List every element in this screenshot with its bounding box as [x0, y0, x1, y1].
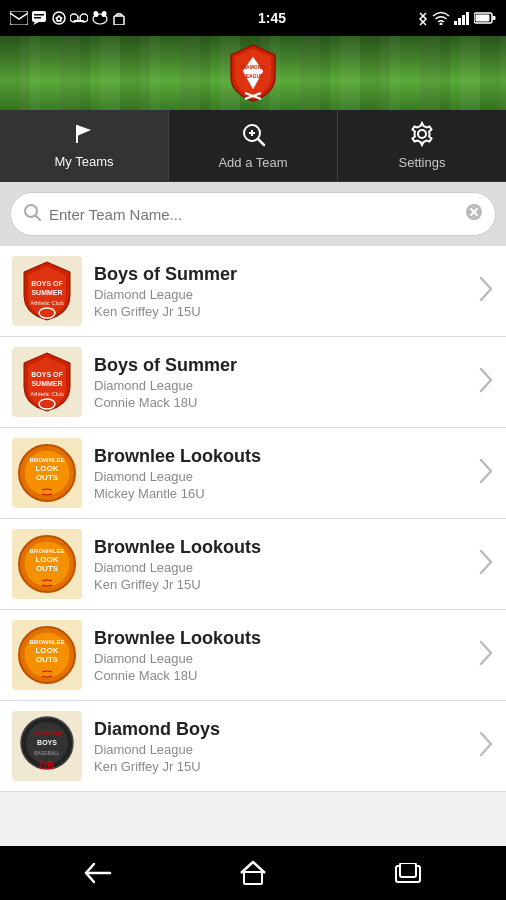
team-logo: BROWNLEE LOOK OUTS — [12, 620, 82, 690]
team-logo: BOYS OF SUMMER Athletic Club — [12, 347, 82, 417]
team-league: Diamond League — [94, 560, 466, 575]
svg-rect-76 — [244, 872, 262, 884]
team-info: Diamond Boys Diamond League Ken Griffey … — [94, 719, 466, 774]
svg-rect-16 — [458, 18, 461, 25]
search-icon — [23, 203, 41, 226]
svg-text:OUTS: OUTS — [36, 564, 59, 573]
svg-text:SUMMER: SUMMER — [31, 289, 62, 296]
team-league: Diamond League — [94, 651, 466, 666]
team-logo: DIAMOND BOYS BASEBALL DB — [12, 711, 82, 781]
search-container — [0, 182, 506, 246]
tab-bar: My Teams Add a Team Settings — [0, 110, 506, 182]
tab-settings[interactable]: Settings — [338, 110, 506, 181]
svg-text:DIAMOND: DIAMOND — [241, 64, 265, 70]
svg-text:LOOK: LOOK — [35, 555, 58, 564]
tab-my-teams[interactable]: My Teams — [0, 110, 169, 181]
tab-add-team[interactable]: Add a Team — [169, 110, 338, 181]
flag-icon — [72, 122, 96, 150]
svg-text:LOOK: LOOK — [35, 464, 58, 473]
team-division: Ken Griffey Jr 15U — [94, 304, 466, 319]
team-logo: BROWNLEE LOOK OUTS — [12, 438, 82, 508]
chevron-right-icon — [478, 276, 494, 307]
back-button[interactable] — [68, 853, 128, 893]
team-list-item[interactable]: BOYS OF SUMMER Athletic Club Boys of Sum… — [0, 246, 506, 337]
team-list-item[interactable]: BROWNLEE LOOK OUTS Brownlee Lookouts Dia… — [0, 610, 506, 701]
team-name: Brownlee Lookouts — [94, 628, 466, 649]
svg-text:LOOK: LOOK — [35, 646, 58, 655]
svg-rect-18 — [466, 12, 469, 25]
team-list: BOYS OF SUMMER Athletic Club Boys of Sum… — [0, 246, 506, 846]
chevron-right-icon — [478, 640, 494, 671]
team-league: Diamond League — [94, 469, 466, 484]
svg-line-33 — [36, 215, 41, 220]
bottom-nav — [0, 846, 506, 900]
svg-text:BOYS OF: BOYS OF — [31, 371, 63, 378]
status-bar: ✿ 1:45 — [0, 0, 506, 36]
team-division: Mickey Mantle 16U — [94, 486, 466, 501]
svg-rect-13 — [114, 16, 124, 25]
app-logo: DIAMOND LEAGUE — [223, 43, 283, 103]
team-list-item[interactable]: BROWNLEE LOOK OUTS Brownlee Lookouts Dia… — [0, 519, 506, 610]
svg-rect-15 — [454, 21, 457, 25]
svg-text:✿: ✿ — [55, 14, 63, 24]
team-name: Boys of Summer — [94, 355, 466, 376]
team-info: Brownlee Lookouts Diamond League Connie … — [94, 628, 466, 683]
status-time: 1:45 — [258, 10, 286, 26]
svg-rect-20 — [493, 16, 496, 20]
svg-text:DB: DB — [40, 760, 54, 771]
svg-text:OUTS: OUTS — [36, 655, 59, 664]
team-division: Connie Mack 18U — [94, 668, 466, 683]
team-list-item[interactable]: BROWNLEE LOOK OUTS Brownlee Lookouts Dia… — [0, 428, 506, 519]
svg-text:DIAMOND: DIAMOND — [33, 730, 62, 736]
team-info: Brownlee Lookouts Diamond League Ken Gri… — [94, 537, 466, 592]
svg-text:OUTS: OUTS — [36, 473, 59, 482]
team-division: Ken Griffey Jr 15U — [94, 577, 466, 592]
svg-text:BROWNLEE: BROWNLEE — [30, 548, 65, 554]
search-clear-icon[interactable] — [465, 203, 483, 226]
svg-text:BROWNLEE: BROWNLEE — [30, 457, 65, 463]
team-league: Diamond League — [94, 378, 466, 393]
team-division: Connie Mack 18U — [94, 395, 466, 410]
chevron-right-icon — [478, 731, 494, 762]
svg-line-28 — [258, 139, 264, 145]
recents-button[interactable] — [378, 853, 438, 893]
svg-text:BOYS: BOYS — [37, 739, 57, 746]
add-team-icon — [240, 121, 266, 151]
team-list-item[interactable]: DIAMOND BOYS BASEBALL DB Diamond Boys Di… — [0, 701, 506, 792]
team-list-item[interactable]: BOYS OF SUMMER Athletic Club Boys of Sum… — [0, 337, 506, 428]
settings-icon — [409, 121, 435, 151]
svg-rect-0 — [10, 11, 28, 25]
team-name: Diamond Boys — [94, 719, 466, 740]
home-button[interactable] — [223, 853, 283, 893]
svg-rect-9 — [74, 20, 84, 22]
svg-text:Athletic Club: Athletic Club — [30, 300, 64, 306]
search-box[interactable] — [10, 192, 496, 236]
svg-rect-1 — [32, 11, 46, 22]
svg-rect-17 — [462, 15, 465, 25]
status-right-icons — [418, 10, 496, 26]
svg-text:BOYS OF: BOYS OF — [31, 280, 63, 287]
svg-point-31 — [418, 130, 426, 138]
svg-text:BASEBALL: BASEBALL — [34, 750, 60, 756]
team-division: Ken Griffey Jr 15U — [94, 759, 466, 774]
team-logo: BROWNLEE LOOK OUTS — [12, 529, 82, 599]
svg-point-14 — [440, 23, 443, 26]
header-banner: DIAMOND LEAGUE — [0, 36, 506, 110]
svg-rect-4 — [34, 17, 41, 19]
team-league: Diamond League — [94, 742, 466, 757]
svg-text:BROWNLEE: BROWNLEE — [30, 639, 65, 645]
team-name: Brownlee Lookouts — [94, 537, 466, 558]
tab-add-team-label: Add a Team — [218, 155, 287, 170]
svg-marker-2 — [33, 22, 39, 25]
svg-rect-21 — [476, 15, 490, 22]
team-info: Boys of Summer Diamond League Connie Mac… — [94, 355, 466, 410]
search-input[interactable] — [49, 206, 457, 223]
svg-text:Athletic Club: Athletic Club — [30, 391, 64, 397]
tab-settings-label: Settings — [399, 155, 446, 170]
team-name: Boys of Summer — [94, 264, 466, 285]
status-left-icons: ✿ — [10, 11, 126, 25]
team-logo: BOYS OF SUMMER Athletic Club — [12, 256, 82, 326]
svg-rect-3 — [34, 14, 44, 16]
chevron-right-icon — [478, 458, 494, 489]
team-league: Diamond League — [94, 287, 466, 302]
